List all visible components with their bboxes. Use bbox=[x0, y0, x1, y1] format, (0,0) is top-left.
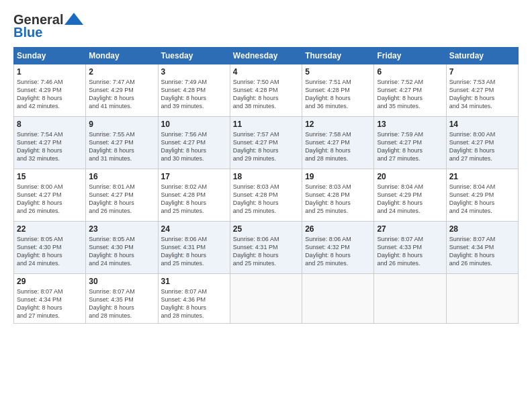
calendar-cell: 20Sunrise: 8:04 AM Sunset: 4:29 PM Dayli… bbox=[374, 169, 446, 222]
day-number: 28 bbox=[449, 224, 515, 234]
day-info: Sunrise: 8:02 AM Sunset: 4:28 PM Dayligh… bbox=[161, 183, 227, 216]
day-info: Sunrise: 7:46 AM Sunset: 4:29 PM Dayligh… bbox=[17, 78, 83, 111]
header-thursday: Thursday bbox=[302, 48, 374, 64]
day-number: 12 bbox=[305, 120, 371, 129]
day-number: 8 bbox=[17, 120, 83, 129]
calendar-cell: 7Sunrise: 7:53 AM Sunset: 4:27 PM Daylig… bbox=[446, 64, 518, 117]
day-info: Sunrise: 8:06 AM Sunset: 4:31 PM Dayligh… bbox=[233, 235, 299, 268]
day-info: Sunrise: 8:00 AM Sunset: 4:27 PM Dayligh… bbox=[17, 183, 83, 216]
calendar-cell: 1Sunrise: 7:46 AM Sunset: 4:29 PM Daylig… bbox=[14, 64, 86, 117]
calendar-cell: 11Sunrise: 7:57 AM Sunset: 4:27 PM Dayli… bbox=[230, 117, 302, 169]
calendar-cell: 10Sunrise: 7:56 AM Sunset: 4:27 PM Dayli… bbox=[158, 117, 230, 169]
day-info: Sunrise: 7:58 AM Sunset: 4:27 PM Dayligh… bbox=[305, 130, 371, 163]
day-number: 4 bbox=[233, 67, 299, 77]
day-info: Sunrise: 7:47 AM Sunset: 4:29 PM Dayligh… bbox=[89, 78, 154, 111]
calendar-cell: 8Sunrise: 7:54 AM Sunset: 4:27 PM Daylig… bbox=[14, 117, 86, 169]
day-number: 19 bbox=[305, 172, 371, 181]
calendar-cell: 31Sunrise: 8:07 AM Sunset: 4:36 PM Dayli… bbox=[158, 274, 230, 324]
day-info: Sunrise: 8:05 AM Sunset: 4:30 PM Dayligh… bbox=[17, 235, 83, 268]
day-number: 22 bbox=[17, 224, 83, 234]
calendar-cell: 2Sunrise: 7:47 AM Sunset: 4:29 PM Daylig… bbox=[86, 64, 158, 117]
day-info: Sunrise: 8:07 AM Sunset: 4:33 PM Dayligh… bbox=[377, 235, 443, 268]
day-number: 25 bbox=[233, 224, 299, 234]
day-number: 18 bbox=[233, 172, 299, 181]
header-friday: Friday bbox=[374, 48, 446, 64]
day-info: Sunrise: 7:49 AM Sunset: 4:28 PM Dayligh… bbox=[161, 78, 227, 111]
day-number: 29 bbox=[17, 277, 83, 286]
day-number: 31 bbox=[161, 277, 227, 286]
day-number: 13 bbox=[377, 120, 443, 129]
calendar-cell: 13Sunrise: 7:59 AM Sunset: 4:27 PM Dayli… bbox=[374, 117, 446, 169]
calendar-cell bbox=[302, 274, 374, 324]
day-number: 24 bbox=[161, 224, 227, 234]
calendar-cell: 17Sunrise: 8:02 AM Sunset: 4:28 PM Dayli… bbox=[158, 169, 230, 222]
day-number: 6 bbox=[377, 67, 443, 77]
day-number: 26 bbox=[305, 224, 371, 234]
day-number: 2 bbox=[89, 67, 154, 77]
calendar-cell: 6Sunrise: 7:52 AM Sunset: 4:27 PM Daylig… bbox=[374, 64, 446, 117]
calendar-cell: 18Sunrise: 8:03 AM Sunset: 4:28 PM Dayli… bbox=[230, 169, 302, 222]
calendar-cell: 26Sunrise: 8:06 AM Sunset: 4:32 PM Dayli… bbox=[302, 222, 374, 274]
calendar-cell: 30Sunrise: 8:07 AM Sunset: 4:35 PM Dayli… bbox=[86, 274, 158, 324]
day-info: Sunrise: 8:07 AM Sunset: 4:36 PM Dayligh… bbox=[161, 287, 227, 320]
day-number: 17 bbox=[161, 172, 227, 181]
day-number: 9 bbox=[89, 120, 154, 129]
header-sunday: Sunday bbox=[14, 48, 86, 64]
calendar-cell: 25Sunrise: 8:06 AM Sunset: 4:31 PM Dayli… bbox=[230, 222, 302, 274]
calendar-cell: 9Sunrise: 7:55 AM Sunset: 4:27 PM Daylig… bbox=[86, 117, 158, 169]
calendar-cell bbox=[230, 274, 302, 324]
day-number: 11 bbox=[233, 120, 299, 129]
logo-icon bbox=[64, 13, 83, 25]
calendar-cell bbox=[374, 274, 446, 324]
header-saturday: Saturday bbox=[446, 48, 518, 64]
day-number: 15 bbox=[17, 172, 83, 181]
calendar-cell: 22Sunrise: 8:05 AM Sunset: 4:30 PM Dayli… bbox=[14, 222, 86, 274]
calendar-cell: 16Sunrise: 8:01 AM Sunset: 4:27 PM Dayli… bbox=[86, 169, 158, 222]
day-info: Sunrise: 8:00 AM Sunset: 4:27 PM Dayligh… bbox=[449, 130, 515, 163]
header: General Blue bbox=[13, 12, 519, 40]
calendar-cell: 19Sunrise: 8:03 AM Sunset: 4:28 PM Dayli… bbox=[302, 169, 374, 222]
day-number: 14 bbox=[449, 120, 515, 129]
day-info: Sunrise: 8:07 AM Sunset: 4:34 PM Dayligh… bbox=[17, 287, 83, 320]
calendar-cell: 29Sunrise: 8:07 AM Sunset: 4:34 PM Dayli… bbox=[14, 274, 86, 324]
day-info: Sunrise: 7:55 AM Sunset: 4:27 PM Dayligh… bbox=[89, 130, 154, 163]
day-info: Sunrise: 8:03 AM Sunset: 4:28 PM Dayligh… bbox=[233, 183, 299, 216]
calendar-cell: 23Sunrise: 8:05 AM Sunset: 4:30 PM Dayli… bbox=[86, 222, 158, 274]
logo-blue: Blue bbox=[13, 25, 42, 40]
day-number: 16 bbox=[89, 172, 154, 181]
day-info: Sunrise: 7:50 AM Sunset: 4:28 PM Dayligh… bbox=[233, 78, 299, 111]
calendar-cell: 24Sunrise: 8:06 AM Sunset: 4:31 PM Dayli… bbox=[158, 222, 230, 274]
calendar-cell: 12Sunrise: 7:58 AM Sunset: 4:27 PM Dayli… bbox=[302, 117, 374, 169]
day-info: Sunrise: 8:01 AM Sunset: 4:27 PM Dayligh… bbox=[89, 183, 154, 216]
day-number: 21 bbox=[449, 172, 515, 181]
calendar-cell: 21Sunrise: 8:04 AM Sunset: 4:29 PM Dayli… bbox=[446, 169, 518, 222]
day-number: 27 bbox=[377, 224, 443, 234]
day-info: Sunrise: 7:53 AM Sunset: 4:27 PM Dayligh… bbox=[449, 78, 515, 111]
calendar-cell: 27Sunrise: 8:07 AM Sunset: 4:33 PM Dayli… bbox=[374, 222, 446, 274]
calendar-table: SundayMondayTuesdayWednesdayThursdayFrid… bbox=[13, 47, 519, 324]
day-info: Sunrise: 8:07 AM Sunset: 4:34 PM Dayligh… bbox=[449, 235, 515, 268]
day-info: Sunrise: 8:06 AM Sunset: 4:32 PM Dayligh… bbox=[305, 235, 371, 268]
day-info: Sunrise: 7:57 AM Sunset: 4:27 PM Dayligh… bbox=[233, 130, 299, 163]
calendar-cell: 4Sunrise: 7:50 AM Sunset: 4:28 PM Daylig… bbox=[230, 64, 302, 117]
header-monday: Monday bbox=[86, 48, 158, 64]
day-number: 1 bbox=[17, 67, 83, 77]
calendar-cell: 5Sunrise: 7:51 AM Sunset: 4:28 PM Daylig… bbox=[302, 64, 374, 117]
day-info: Sunrise: 8:04 AM Sunset: 4:29 PM Dayligh… bbox=[449, 183, 515, 216]
day-number: 20 bbox=[377, 172, 443, 181]
calendar-cell: 28Sunrise: 8:07 AM Sunset: 4:34 PM Dayli… bbox=[446, 222, 518, 274]
day-number: 7 bbox=[449, 67, 515, 77]
day-info: Sunrise: 8:05 AM Sunset: 4:30 PM Dayligh… bbox=[89, 235, 154, 268]
calendar-cell: 3Sunrise: 7:49 AM Sunset: 4:28 PM Daylig… bbox=[158, 64, 230, 117]
calendar-page: General Blue SundayMondayTuesdayWednesda… bbox=[0, 0, 532, 411]
day-info: Sunrise: 7:52 AM Sunset: 4:27 PM Dayligh… bbox=[377, 78, 443, 111]
calendar-cell: 15Sunrise: 8:00 AM Sunset: 4:27 PM Dayli… bbox=[14, 169, 86, 222]
svg-marker-0 bbox=[64, 13, 83, 25]
logo: General Blue bbox=[13, 12, 83, 40]
day-info: Sunrise: 7:54 AM Sunset: 4:27 PM Dayligh… bbox=[17, 130, 83, 163]
header-tuesday: Tuesday bbox=[158, 48, 230, 64]
day-info: Sunrise: 7:59 AM Sunset: 4:27 PM Dayligh… bbox=[377, 130, 443, 163]
calendar-cell bbox=[446, 274, 518, 324]
day-info: Sunrise: 8:04 AM Sunset: 4:29 PM Dayligh… bbox=[377, 183, 443, 216]
day-info: Sunrise: 8:03 AM Sunset: 4:28 PM Dayligh… bbox=[305, 183, 371, 216]
